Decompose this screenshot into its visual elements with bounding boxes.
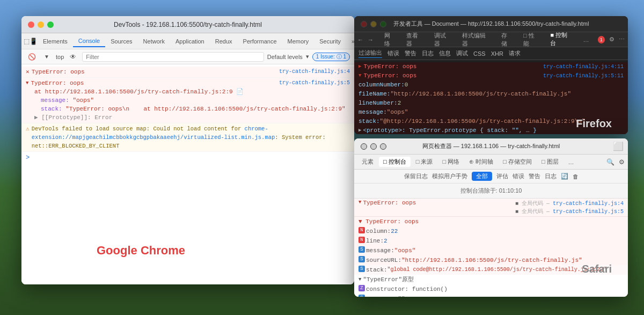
ff-more-icon[interactable]: ⋯ (619, 36, 625, 43)
safari-link-1[interactable]: try-catch-finally.js:4 (553, 201, 624, 207)
tab-application[interactable]: Application (170, 36, 210, 47)
safari-settings-icon[interactable]: ⚙ (619, 158, 625, 166)
tab-more[interactable]: » (346, 36, 354, 47)
ff-error-source-1[interactable]: try-catch-finally.js:4:11 (543, 63, 624, 71)
chrome-browser-label-container: Google Chrome (97, 244, 185, 258)
ff-triangle-1[interactable]: ▶ (358, 63, 361, 71)
ff-tab-network[interactable]: 网络 (380, 31, 400, 49)
safari-s-icon-1: S (358, 246, 365, 253)
safari-log-btn[interactable]: 日志 (545, 172, 557, 180)
safari-tab-console[interactable]: □ 控制台 (379, 157, 411, 167)
top-context-label[interactable]: top (56, 54, 64, 60)
safari-tab-layers[interactable]: □ 图层 (537, 157, 563, 167)
safari-link-2[interactable]: try-catch-finally.js:5 (553, 209, 624, 215)
ff-debug-filter[interactable]: 调试 (456, 49, 468, 57)
ff-close-button[interactable] (361, 21, 367, 27)
maximize-button[interactable] (47, 21, 54, 28)
ff-tab-storage[interactable]: 存储 (497, 31, 517, 49)
inspect-icon[interactable]: ⬚ (24, 35, 30, 47)
safari-maximize-button[interactable] (380, 143, 386, 150)
tab-security[interactable]: Security (314, 36, 346, 47)
tab-performance[interactable]: Performance (238, 36, 282, 47)
safari-typeerror-prototype-row[interactable]: ▼ "TypeError"原型 (354, 275, 628, 284)
ff-warnings-filter[interactable]: 警告 (405, 49, 416, 57)
ff-tab-console[interactable]: ■ 控制台 (546, 30, 576, 49)
clear-console-icon[interactable]: 🚫 (26, 51, 38, 63)
safari-tab-timeline[interactable]: ⊕ 时间轴 (465, 157, 497, 167)
minimize-button[interactable] (38, 21, 44, 28)
console-prompt-row[interactable]: > (21, 152, 354, 164)
error-prototype[interactable]: ▶ [[Prototype]]: Error (26, 113, 350, 122)
ff-xhr-filter[interactable]: XHR (491, 50, 503, 57)
tab-redux[interactable]: Redux (210, 36, 238, 47)
firefox-browser-label: Firefox (576, 118, 612, 129)
safari-typeerror-proto-icon: ▼ (358, 275, 361, 284)
ff-log-filter[interactable]: 日志 (422, 49, 434, 57)
ff-forward-icon[interactable]: → (368, 36, 374, 43)
ff-tab-debugger[interactable]: 调试器 (430, 31, 456, 49)
device-icon[interactable]: 📱 (30, 35, 38, 47)
tab-network[interactable]: Network (138, 36, 170, 47)
safari-expand-icon[interactable]: ▼ (358, 200, 361, 215)
console-toolbar: 🚫 ▼ top 👁 Default levels ▾ 1 Issue: ⓘ 1 (21, 49, 354, 64)
ff-settings-icon[interactable]: ⚙ (609, 36, 614, 43)
firefox-traffic-lights[interactable] (361, 21, 386, 27)
safari-refresh-btn[interactable]: 🔄 (561, 173, 568, 180)
safari-clear-btn[interactable]: 🗑 (573, 173, 579, 180)
ff-error-source-2[interactable]: try-catch-finally.js:5:11 (543, 72, 624, 80)
ff-tab-inspector[interactable]: 查看器 (402, 31, 428, 49)
ff-tab-style[interactable]: 样式编辑器 (458, 31, 495, 49)
close-button[interactable] (28, 21, 34, 28)
safari-tab-sources[interactable]: □ 来源 (412, 157, 437, 167)
ff-errors-filter[interactable]: 错误 (387, 49, 399, 57)
chrome-traffic-lights[interactable] (28, 21, 54, 28)
expand-icon-2[interactable]: ▼ (26, 79, 28, 87)
ff-minimize-button[interactable] (370, 21, 377, 27)
error-source-2[interactable]: try-catch-finally.js:5 (275, 79, 350, 87)
ff-back-icon[interactable]: ← (357, 36, 363, 43)
safari-resize-icon[interactable]: ⬜ (613, 141, 624, 151)
tab-console[interactable]: Console (73, 35, 105, 47)
ff-css-filter[interactable]: CSS (473, 50, 486, 57)
safari-devtools-window: 网页检查器 — 192.168.1.106 — try-catch-finall… (354, 138, 628, 297)
eye-icon[interactable]: 👁 (67, 51, 79, 63)
ff-tab-more[interactable]: … (579, 35, 594, 44)
safari-message-value: "oops" (394, 246, 416, 255)
ff-tab-performance[interactable]: □ 性能 (519, 31, 544, 49)
ff-info-filter[interactable]: 信息 (439, 49, 451, 57)
safari-minimize-button[interactable] (370, 143, 377, 150)
ff-triangle-2[interactable]: ▼ (358, 72, 361, 80)
level-dropdown-icon[interactable]: ▾ (306, 53, 309, 60)
safari-simulate-user-btn[interactable]: 模拟用户手势 (432, 172, 467, 180)
safari-n-icon-2: N (358, 237, 365, 243)
safari-tab-storage[interactable]: □ 存储空间 (499, 157, 536, 167)
safari-tab-more[interactable]: … (564, 158, 579, 166)
filter-input[interactable] (82, 52, 264, 62)
safari-tab-network[interactable]: □ 网络 (438, 157, 464, 167)
safari-n-icon-1: N (358, 227, 365, 233)
safari-all-filter-btn[interactable]: 全部 (472, 172, 492, 181)
tab-memory[interactable]: Memory (282, 36, 314, 47)
safari-sourceurl-value: "http://192.168.1.106:5500/js/try-catch-… (401, 256, 582, 265)
safari-error-btn[interactable]: 错误 (513, 172, 524, 180)
filter-icon[interactable]: ▼ (41, 51, 53, 63)
safari-eval-btn[interactable]: 评估 (496, 172, 508, 180)
ff-requests-filter[interactable]: 请求 (509, 49, 521, 57)
warning-link[interactable]: chrome-extension://mapjgeachilmcbbokkgcb… (32, 126, 275, 141)
ff-maximize-button[interactable] (380, 21, 386, 27)
safari-browser-label: Safari (582, 263, 612, 275)
safari-search-icon[interactable]: 🔍 (606, 158, 614, 166)
firefox-window-title: 开发者工具 — Document — http://192.168.1.106:… (393, 20, 589, 28)
tab-sources[interactable]: Sources (105, 36, 137, 47)
warning-icon: ⚠ (26, 124, 30, 133)
safari-message2-row: S message: "" (354, 294, 628, 297)
safari-warn-btn[interactable]: 警告 (529, 172, 540, 180)
safari-traffic-lights[interactable] (361, 143, 386, 150)
tab-elements[interactable]: Elements (38, 36, 73, 47)
safari-preserve-log-btn[interactable]: 保留日志 (404, 172, 428, 180)
error-source-1[interactable]: try-catch-finally.js:4 (275, 68, 350, 76)
safari-tab-elements[interactable]: 元素 (357, 157, 378, 167)
ff-prototype-label: <prototype>: TypeError.prototype { stack… (363, 127, 536, 134)
safari-close-button[interactable] (361, 143, 367, 150)
ff-prop-columnNumber: columnNumber: 0 (354, 80, 628, 90)
